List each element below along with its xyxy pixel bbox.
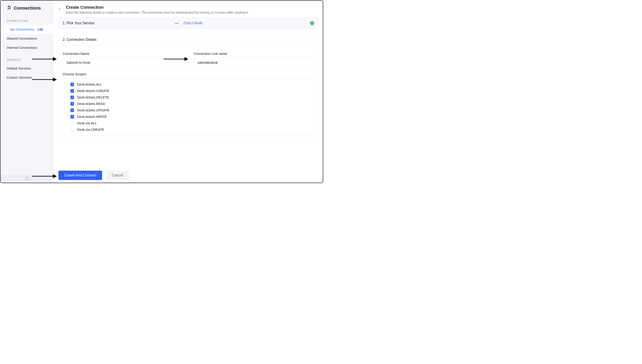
scope-label: Desk.tickets.ALL	[77, 82, 102, 86]
checkbox-icon[interactable]	[71, 96, 74, 99]
connection-name-input[interactable]	[63, 58, 188, 67]
sidebar: Connections CONNECTIONS My Connections 1…	[1, 0, 54, 183]
step1-title: 1. Pick Your Service	[63, 21, 94, 25]
scope-label: Desk.zia.ALL	[77, 121, 97, 125]
step1-bar[interactable]: 1. Pick Your Service ZOHO Zoho OAuth	[59, 18, 318, 29]
sidebar-item-my-connections[interactable]: My Connections 148	[1, 25, 53, 34]
scope-label: Desk.tickets.READ	[77, 102, 106, 106]
connection-link-name-input[interactable]	[194, 58, 314, 67]
scope-row[interactable]: Desk.tickets.WRITE	[63, 114, 313, 120]
scope-label: Desk.tickets.DELETE	[77, 95, 109, 99]
sidebar-item-label: Custom Services	[7, 76, 32, 79]
sidebar-item-label: Shared Connections	[7, 36, 37, 40]
cancel-button[interactable]: Cancel	[106, 171, 129, 180]
checkbox-icon[interactable]	[71, 102, 74, 106]
back-button[interactable]	[57, 6, 63, 12]
checkbox-icon[interactable]	[71, 108, 74, 112]
scope-label: Desk.tickets.CREATE	[77, 89, 110, 93]
scope-row[interactable]: Desk.zia.ALL	[63, 120, 313, 126]
checkbox-icon[interactable]	[71, 115, 74, 118]
checkbox-icon[interactable]	[71, 83, 74, 86]
connection-link-name-label: Connection Link name	[194, 52, 314, 56]
page-subtitle: Enter the following details to create a …	[66, 11, 249, 14]
create-and-connect-button[interactable]: Create And Connect	[59, 171, 102, 180]
checkbox-icon[interactable]	[71, 122, 74, 125]
plug-icon	[7, 5, 12, 11]
sidebar-group-services: SERVICES	[1, 52, 53, 64]
document-icon	[26, 177, 28, 180]
checkbox-icon[interactable]	[71, 128, 74, 132]
step2-panel: 2. Connection Details Connection Name Co…	[59, 34, 318, 140]
my-connections-count: 148	[38, 28, 43, 31]
sidebar-item-label: Internal Connections	[7, 46, 38, 50]
service-name: Zoho OAuth	[183, 21, 202, 25]
content: 1. Pick Your Service ZOHO Zoho OAuth 2. …	[54, 18, 323, 167]
sidebar-title: Connections	[14, 6, 41, 11]
scope-label: Desk.zia.CREATE	[77, 128, 104, 132]
sidebar-item-shared-connections[interactable]: Shared Connections	[1, 34, 53, 43]
checkbox-icon[interactable]	[71, 89, 74, 93]
selected-service: ZOHO Zoho OAuth	[174, 20, 202, 26]
zoho-icon: ZOHO	[174, 20, 179, 26]
sidebar-group-connections: CONNECTIONS	[1, 13, 53, 25]
scopes-list[interactable]: Desk.tickets.ALLDesk.tickets.CREATEDesk.…	[63, 79, 314, 135]
scope-row[interactable]: Desk.tickets.READ	[63, 100, 313, 107]
sidebar-footer	[1, 175, 53, 181]
scope-row[interactable]: Desk.tickets.UPDATE	[63, 107, 313, 114]
main: Create Connection Enter the following de…	[54, 0, 323, 183]
sidebar-item-custom-services[interactable]: Custom Services	[1, 73, 53, 82]
check-icon	[310, 21, 314, 25]
sidebar-header: Connections	[1, 0, 53, 13]
choose-scopes-label: Choose Scopes	[63, 72, 314, 76]
scope-row[interactable]: Desk.tickets.CREATE	[63, 88, 313, 94]
sidebar-item-internal-connections[interactable]: Internal Connections	[1, 43, 53, 52]
scope-label: Desk.tickets.WRITE	[77, 115, 107, 118]
sidebar-item-default-services[interactable]: Default Services	[1, 64, 53, 73]
page-title: Create Connection	[66, 5, 249, 10]
sidebar-item-label: My Connections	[10, 28, 34, 31]
scope-row[interactable]: Desk.tickets.ALL	[63, 81, 313, 88]
step2-title: 2. Connection Details	[59, 34, 318, 46]
main-header: Create Connection Enter the following de…	[54, 0, 323, 18]
scope-row[interactable]: Desk.tickets.DELETE	[63, 94, 313, 100]
sidebar-item-label: Default Services	[7, 66, 31, 70]
button-bar: Create And Connect Cancel	[54, 167, 323, 183]
scope-label: Desk.tickets.UPDATE	[77, 108, 110, 112]
connection-name-label: Connection Name	[63, 52, 188, 56]
scope-row[interactable]: Desk.zia.CREATE	[63, 126, 313, 133]
